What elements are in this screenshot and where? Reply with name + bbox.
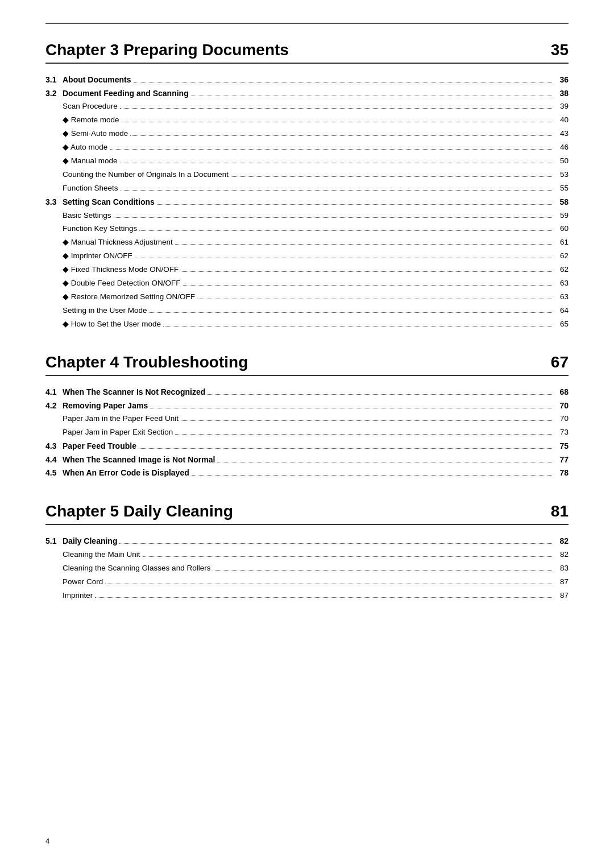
toc-entry-3.3: 3.3Setting Scan Conditions58 [45,196,569,209]
section-page-3.2.1: 39 [554,101,569,113]
section-label-3.2: Document Feeding and Scanning [63,88,189,100]
toc-entry-3.2.1: Scan Procedure39 [45,101,569,113]
chapter-title-1: Chapter 3 Preparing Documents [45,41,289,59]
toc-dots-3.3.5 [181,271,552,272]
toc-entry-3.3.8: Setting in the User Mode64 [45,305,569,317]
section-label-3.2.3: ◆ Semi-Auto mode [63,128,128,140]
section-page-3.2.4: 46 [554,142,569,154]
section-label-4.5: When An Error Code is Displayed [63,467,189,480]
section-label-4.4: When The Scanned Image is Not Normal [63,454,215,466]
section-page-3.3.5: 62 [554,264,569,276]
toc-entry-5.1.4: Imprinter87 [45,590,569,602]
toc-dots-3.3 [157,204,552,205]
toc-dots-4.2.1 [181,420,552,421]
section-label-3.2.7: Function Sheets [63,183,118,195]
section-page-3.3.8: 64 [554,305,569,317]
toc-entry-3.3.2: Function Key Settings60 [45,223,569,235]
section-label-3.3: Setting Scan Conditions [63,196,155,209]
section-label-3.3.6: ◆ Double Feed Detection ON/OFF [63,278,181,290]
section-label-3.3.4: ◆ Imprinter ON/OFF [63,250,132,262]
section-page-5.1.4: 87 [554,590,569,602]
section-page-3.2.7: 55 [554,183,569,195]
toc-dots-4.4 [217,462,552,462]
toc-dots-4.2.2 [175,434,552,435]
section-page-4.1: 68 [554,386,569,399]
toc-entry-4.2: 4.2Removing Paper Jams70 [45,400,569,412]
toc-entry-5.1.3: Power Cord87 [45,576,569,588]
section-page-3.3.2: 60 [554,223,569,235]
section-label-5.1.4: Imprinter [63,590,93,602]
toc-dots-3.2 [191,96,552,96]
section-label-3.3.8: Setting in the User Mode [63,305,147,317]
section-num-4.2: 4.2 [45,400,63,412]
toc-entry-3.2.2: ◆ Remote mode40 [45,114,569,126]
toc-entry-3.2.3: ◆ Semi-Auto mode43 [45,128,569,140]
toc-dots-3.3.6 [183,285,552,286]
section-page-5.1.3: 87 [554,576,569,588]
section-num-4.5: 4.5 [45,467,63,480]
chapter-title-3: Chapter 5 Daily Cleaning [45,502,233,520]
section-page-3.3.7: 63 [554,291,569,303]
chapter-page-1: 35 [551,41,569,59]
section-num-3.2: 3.2 [45,88,63,100]
section-label-3.2.4: ◆ Auto mode [63,142,107,154]
toc-dots-4.3 [139,448,552,449]
toc-entry-3.3.7: ◆ Restore Memorized Setting ON/OFF63 [45,291,569,303]
toc-entry-3.3.9: ◆ How to Set the User mode65 [45,319,569,330]
section-label-3.3.7: ◆ Restore Memorized Setting ON/OFF [63,291,195,303]
section-label-4.1: When The Scanner Is Not Recognized [63,386,205,399]
section-page-3.3.1: 59 [554,210,569,222]
section-num-5.1: 5.1 [45,535,63,548]
section-label-3.3.3: ◆ Manual Thickness Adjustment [63,237,173,249]
chapter-header-1: Chapter 3 Preparing Documents35 [45,41,569,64]
section-label-3.3.1: Basic Settings [63,210,111,222]
chapter-title-2: Chapter 4 Troubleshooting [45,353,248,371]
toc-dots-4.1 [208,394,552,395]
toc-entry-3.2.7: Function Sheets55 [45,183,569,195]
toc-dots-3.1 [134,82,552,82]
chapter-page-3: 81 [551,502,569,520]
section-page-4.2.1: 70 [554,413,569,425]
section-page-3.2: 38 [554,88,569,100]
toc-dots-3.3.4 [135,258,552,258]
top-rule [45,23,569,24]
toc-entry-3.2.4: ◆ Auto mode46 [45,142,569,154]
toc-dots-3.3.3 [175,244,552,245]
toc-dots-3.2.4 [110,149,552,150]
section-label-4.3: Paper Feed Trouble [63,440,136,453]
toc-entry-4.4: 4.4When The Scanned Image is Not Normal7… [45,454,569,466]
section-page-4.2: 70 [554,400,569,412]
section-label-3.1: About Documents [63,74,131,86]
toc-dots-5.1.3 [105,584,552,584]
toc-entry-5.1: 5.1Daily Cleaning82 [45,535,569,548]
section-page-3.2.5: 50 [554,155,569,167]
section-label-5.1: Daily Cleaning [63,535,117,548]
section-label-3.3.2: Function Key Settings [63,223,137,235]
toc-dots-3.2.7 [121,190,552,191]
page-number: 4 [45,837,49,845]
section-num-4.3: 4.3 [45,440,63,453]
section-label-5.1.1: Cleaning the Main Unit [63,549,140,561]
section-label-5.1.2: Cleaning the Scanning Glasses and Roller… [63,563,210,574]
toc-entry-3.1: 3.1About Documents36 [45,74,569,86]
toc-dots-3.3.2 [139,230,552,231]
section-page-4.2.2: 73 [554,427,569,439]
toc-entry-3.3.1: Basic Settings59 [45,210,569,222]
toc-entry-3.2.5: ◆ Manual mode50 [45,155,569,167]
toc-container: Chapter 3 Preparing Documents353.1About … [45,41,569,601]
section-page-3.1: 36 [554,74,569,86]
toc-dots-5.1.2 [213,570,552,571]
toc-entry-3.3.3: ◆ Manual Thickness Adjustment61 [45,237,569,249]
section-num-3.1: 3.1 [45,74,63,86]
section-page-3.3: 58 [554,196,569,209]
section-label-4.2.2: Paper Jam in Paper Exit Section [63,427,173,439]
toc-dots-3.3.7 [197,299,552,299]
section-page-3.3.6: 63 [554,278,569,290]
toc-dots-3.2.6 [231,176,552,177]
chapter-header-3: Chapter 5 Daily Cleaning81 [45,502,569,525]
toc-entry-4.2.1: Paper Jam in the Paper Feed Unit70 [45,413,569,425]
toc-entry-3.3.6: ◆ Double Feed Detection ON/OFF63 [45,278,569,290]
section-page-3.2.2: 40 [554,114,569,126]
section-page-3.3.3: 61 [554,237,569,249]
section-page-3.2.3: 43 [554,128,569,140]
